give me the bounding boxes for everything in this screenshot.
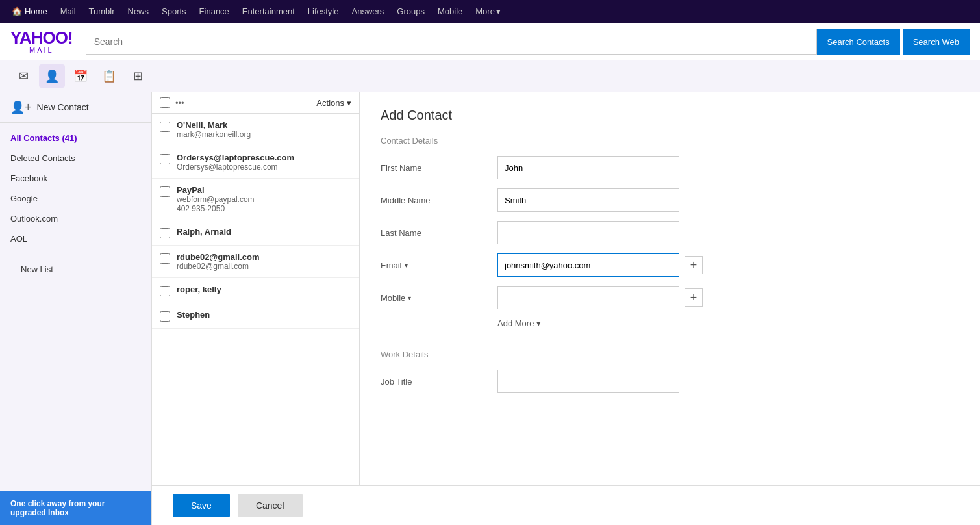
actions-button[interactable]: Actions ▾ xyxy=(316,98,351,108)
mobile-input[interactable] xyxy=(497,286,679,309)
last-name-row: Last Name xyxy=(381,221,959,244)
sidebar-item-aol[interactable]: AOL xyxy=(0,229,151,249)
nav-answers[interactable]: Answers xyxy=(345,0,390,23)
nav-finance[interactable]: Finance xyxy=(193,0,236,23)
mail-icon-button[interactable]: ✉ xyxy=(10,64,36,88)
email-input[interactable] xyxy=(497,253,679,277)
add-email-button[interactable]: + xyxy=(685,256,703,274)
nav-lifestyle[interactable]: Lifestyle xyxy=(301,0,346,23)
ellipsis-icon: ••• xyxy=(175,98,184,108)
mobile-type-dropdown-icon: ▾ xyxy=(408,294,411,301)
email-label[interactable]: Email ▾ xyxy=(381,261,497,270)
contact-checkbox-rdube[interactable] xyxy=(160,253,170,264)
select-all-checkbox[interactable] xyxy=(160,97,170,108)
contact-checkbox-ralph[interactable] xyxy=(160,228,170,238)
home-icon: 🏠 xyxy=(12,0,22,23)
contact-item-rdube[interactable]: rdube02@gmail.com rdube02@gmail.com xyxy=(152,246,359,278)
search-bar: Search Contacts Search Web xyxy=(86,29,970,55)
add-more-dropdown-icon: ▾ xyxy=(536,318,541,328)
add-more-button[interactable]: Add More ▾ xyxy=(497,318,541,328)
last-name-label: Last Name xyxy=(381,228,497,238)
list-icon-button[interactable]: ⊞ xyxy=(125,64,151,88)
new-contact-button[interactable]: 👤+ New Contact xyxy=(0,92,151,123)
job-title-input[interactable] xyxy=(497,370,679,393)
contact-details-label: Contact Details xyxy=(381,136,959,146)
nav-sports[interactable]: Sports xyxy=(155,0,193,23)
nav-news[interactable]: News xyxy=(121,0,156,23)
app-header: YAHOO! MAIL Search Contacts Search Web xyxy=(0,23,980,60)
contact-checkbox-stephen[interactable] xyxy=(160,311,170,322)
section-divider xyxy=(381,339,959,339)
contact-checkbox-roper[interactable] xyxy=(160,286,170,296)
contact-checkbox-ordersys[interactable] xyxy=(160,154,170,164)
main-layout: 👤+ New Contact All Contacts (41) Deleted… xyxy=(0,92,980,525)
nav-mail[interactable]: Mail xyxy=(54,0,82,23)
chevron-down-icon: ▾ xyxy=(496,0,501,23)
contact-checkbox-oneill[interactable] xyxy=(160,122,170,132)
add-mobile-button[interactable]: + xyxy=(685,288,703,307)
nav-groups[interactable]: Groups xyxy=(390,0,431,23)
add-contact-title: Add Contact xyxy=(381,108,959,123)
sidebar: 👤+ New Contact All Contacts (41) Deleted… xyxy=(0,92,152,525)
work-details-label: Work Details xyxy=(381,350,959,359)
sidebar-item-outlook[interactable]: Outlook.com xyxy=(0,209,151,229)
mobile-label[interactable]: Mobile ▾ xyxy=(381,293,497,303)
job-title-row: Job Title xyxy=(381,370,959,393)
sidebar-nav: All Contacts (41) Deleted Contacts Faceb… xyxy=(0,123,151,254)
nav-entertainment[interactable]: Entertainment xyxy=(236,0,301,23)
top-navigation: 🏠 Home Mail Tumblr News Sports Finance E… xyxy=(0,0,980,23)
notepad-icon-button[interactable]: 📋 xyxy=(96,64,122,88)
first-name-input[interactable] xyxy=(497,156,679,179)
contact-item-paypal[interactable]: PayPal webform@paypal.com 402 935-2050 xyxy=(152,179,359,220)
job-title-label: Job Title xyxy=(381,377,497,387)
sidebar-item-facebook[interactable]: Facebook xyxy=(0,168,151,188)
contact-item-ralph[interactable]: Ralph, Arnald xyxy=(152,220,359,246)
calendar-icon-button[interactable]: 📅 xyxy=(68,64,94,88)
middle-name-input[interactable] xyxy=(497,188,679,212)
sidebar-item-google[interactable]: Google xyxy=(0,188,151,209)
actions-dropdown-icon: ▾ xyxy=(347,98,351,108)
contact-item-stephen[interactable]: Stephen xyxy=(152,303,359,329)
contact-item-roper[interactable]: roper, kelly xyxy=(152,278,359,303)
contacts-icon-button[interactable]: 👤 xyxy=(39,64,65,88)
contact-list: ••• Actions ▾ O'Neill, Mark mark@markone… xyxy=(152,92,360,525)
mobile-row: Mobile ▾ + xyxy=(381,286,959,309)
new-list-button[interactable]: New List xyxy=(10,259,141,279)
nav-mobile[interactable]: Mobile xyxy=(431,0,469,23)
toolbar-icons: ✉ 👤 📅 📋 ⊞ xyxy=(0,60,980,92)
form-actions: Save Cancel xyxy=(152,485,980,525)
first-name-row: First Name xyxy=(381,156,959,179)
nav-home[interactable]: 🏠 Home xyxy=(5,0,54,23)
search-contacts-button[interactable]: Search Contacts xyxy=(817,29,900,55)
contact-item-ordersys[interactable]: Ordersys@laptoprescue.com Ordersys@lapto… xyxy=(152,146,359,179)
contact-list-header: ••• Actions ▾ xyxy=(152,92,359,114)
sidebar-item-deleted-contacts[interactable]: Deleted Contacts xyxy=(0,148,151,168)
save-button[interactable]: Save xyxy=(173,494,230,517)
middle-name-row: Middle Name xyxy=(381,188,959,212)
nav-tumblr[interactable]: Tumblr xyxy=(82,0,121,23)
middle-name-label: Middle Name xyxy=(381,196,497,205)
contact-item-oneill[interactable]: O'Neill, Mark mark@markoneill.org xyxy=(152,114,359,146)
search-web-button[interactable]: Search Web xyxy=(903,29,970,55)
contact-checkbox-paypal[interactable] xyxy=(160,186,170,197)
email-type-dropdown-icon: ▾ xyxy=(405,262,408,269)
add-more-row: Add More ▾ xyxy=(381,318,959,328)
first-name-label: First Name xyxy=(381,163,497,173)
nav-more[interactable]: More ▾ xyxy=(469,0,507,23)
add-contact-panel: Add Contact Contact Details First Name M… xyxy=(360,92,980,525)
add-person-icon: 👤+ xyxy=(10,100,32,114)
last-name-input[interactable] xyxy=(497,221,679,244)
upgrade-inbox-banner[interactable]: One click away from your upgraded Inbox xyxy=(0,491,151,525)
search-input[interactable] xyxy=(86,29,817,55)
sidebar-item-all-contacts[interactable]: All Contacts (41) xyxy=(0,128,151,148)
yahoo-logo: YAHOO! MAIL xyxy=(10,29,73,54)
cancel-button[interactable]: Cancel xyxy=(238,494,303,517)
email-row: Email ▾ + xyxy=(381,253,959,277)
